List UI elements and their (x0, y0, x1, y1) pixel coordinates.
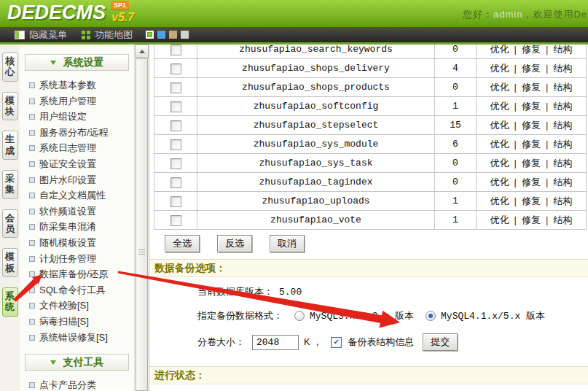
tabstrip-tab-6[interactable]: 模板 (2, 248, 18, 277)
structure-link[interactable]: 结构 (553, 82, 572, 93)
row-checkbox[interactable] (170, 82, 181, 93)
tabstrip-tab-2[interactable]: 模块 (2, 92, 18, 121)
menu-section-header-1[interactable]: 系统设置 (25, 54, 129, 71)
action-separator: | (546, 177, 548, 187)
menu-item-s1-11[interactable]: 随机模板设置 (20, 235, 134, 251)
greeting-prefix: 您好： (463, 9, 493, 20)
repair-link[interactable]: 修复 (522, 214, 541, 225)
menu-item-s1-16[interactable]: 病毒扫描[S] (20, 314, 134, 330)
action-separator: | (514, 158, 517, 169)
theme-swatch-gray[interactable] (181, 31, 189, 39)
menu-item-s1-14[interactable]: SQL命令行工具 (20, 282, 134, 298)
row-checkbox[interactable] (170, 44, 181, 55)
repair-link[interactable]: 修复 (522, 44, 541, 55)
repair-link[interactable]: 修复 (522, 82, 541, 93)
row-checkbox[interactable] (170, 139, 181, 150)
repair-link[interactable]: 修复 (522, 139, 541, 150)
optimize-link[interactable]: 优化 (490, 177, 509, 187)
theme-swatch-blue[interactable] (157, 31, 165, 39)
optimize-link[interactable]: 优化 (490, 63, 509, 74)
select-all-button[interactable]: 全选 (165, 235, 200, 252)
tabstrip-tab-3[interactable]: 生成 (2, 131, 18, 160)
volume-size-input[interactable] (252, 335, 299, 350)
menu-scrollbar[interactable] (134, 44, 149, 391)
table-name-cell: zhusufapiao_vote (197, 211, 435, 230)
scrollbar-thumb[interactable] (136, 58, 148, 391)
tabstrip-tab-4[interactable]: 采集 (2, 170, 18, 199)
row-checkbox[interactable] (170, 215, 181, 226)
structure-link[interactable]: 结构 (553, 120, 572, 131)
tabstrip-tab-7[interactable]: 系统 (2, 287, 18, 317)
optimize-link[interactable]: 优化 (490, 44, 509, 55)
menu-item-s1-3[interactable]: 用户组设定 (20, 109, 134, 125)
bullet-icon (29, 240, 35, 246)
optimize-link[interactable]: 优化 (490, 120, 509, 131)
menu-item-s1-7[interactable]: 图片水印设置 (20, 172, 134, 188)
backup-structure-checkbox[interactable] (331, 337, 342, 348)
structure-link[interactable]: 结构 (553, 214, 572, 225)
menu-item-label: 服务器分布/远程 (39, 127, 109, 138)
hide-menu-button[interactable]: 隐藏菜单 (15, 28, 67, 42)
menu-item-s1-4[interactable]: 服务器分布/远程 (20, 125, 134, 141)
repair-link[interactable]: 修复 (522, 196, 541, 206)
optimize-link[interactable]: 优化 (490, 101, 509, 112)
mysql3-radio-label: MySQL3.x/4.0.x 版本 (310, 309, 414, 322)
tabstrip-tab-1[interactable]: 核心 (2, 53, 18, 82)
structure-link[interactable]: 结构 (553, 196, 572, 206)
mysql3-radio[interactable] (294, 311, 305, 321)
structure-link[interactable]: 结构 (553, 63, 572, 74)
submit-button[interactable]: 提交 (423, 333, 458, 351)
row-checkbox[interactable] (170, 63, 181, 74)
menu-section-header-2[interactable]: 支付工具 (25, 354, 129, 371)
repair-link[interactable]: 修复 (522, 63, 541, 74)
menu-item-s1-15[interactable]: 文件校验[S] (20, 298, 134, 314)
row-checkbox[interactable] (170, 196, 181, 207)
row-checkbox[interactable] (170, 101, 181, 112)
table-name-cell: zhusufapiao_sys_module (197, 135, 435, 154)
menu-item-s1-13[interactable]: 数据库备份/还原 (20, 266, 134, 282)
row-checkbox[interactable] (170, 120, 181, 131)
theme-swatch-tan[interactable] (169, 31, 177, 39)
structure-link[interactable]: 结构 (553, 44, 572, 55)
table-row: zhusufapiao_search_keywords0优化|修复|结构 (154, 44, 587, 59)
menu-item-s1-17[interactable]: 系统错误修复[S] (20, 330, 134, 346)
repair-link[interactable]: 修复 (522, 177, 541, 187)
menu-item-s1-5[interactable]: 系统日志管理 (20, 140, 134, 156)
menu-item-s1-8[interactable]: 自定义文档属性 (20, 187, 134, 204)
cancel-button[interactable]: 取消 (270, 235, 305, 252)
menu-item-s2-1[interactable]: 点卡产品分类 (20, 377, 134, 391)
table-name-cell: zhusufapiao_stepselect (197, 116, 435, 135)
structure-link[interactable]: 结构 (553, 158, 572, 169)
scrollbar-up-button[interactable] (135, 44, 149, 58)
repair-link[interactable]: 修复 (522, 120, 541, 131)
bullet-icon (29, 256, 35, 262)
invert-selection-button[interactable]: 反选 (217, 235, 252, 252)
row-checkbox[interactable] (170, 177, 181, 188)
menu-item-s1-10[interactable]: 防采集串混淆 (20, 219, 134, 235)
row-checkbox[interactable] (170, 158, 181, 169)
optimize-link[interactable]: 优化 (490, 82, 509, 93)
mysql41-radio[interactable] (426, 311, 436, 321)
repair-link[interactable]: 修复 (522, 158, 541, 169)
menu-item-s1-9[interactable]: 软件频道设置 (20, 204, 134, 220)
volume-size-row: 分卷大小： K ， 备份表结构信息 提交 (197, 333, 588, 351)
function-map-button[interactable]: 功能地图 (82, 28, 133, 42)
optimize-link[interactable]: 优化 (490, 214, 509, 225)
menu-item-s1-6[interactable]: 验证安全设置 (20, 156, 134, 172)
optimize-link[interactable]: 优化 (490, 139, 509, 150)
theme-swatch-green[interactable] (146, 31, 154, 39)
optimize-link[interactable]: 优化 (490, 158, 509, 169)
structure-link[interactable]: 结构 (553, 101, 572, 112)
tabstrip-tab-5[interactable]: 会员 (2, 209, 18, 239)
menu-item-s1-12[interactable]: 计划任务管理 (20, 251, 134, 267)
bullet-icon (29, 271, 35, 277)
optimize-link[interactable]: 优化 (490, 196, 509, 206)
progress-status-body (149, 384, 588, 391)
menu-item-s1-1[interactable]: 系统基本参数 (20, 77, 134, 93)
structure-link[interactable]: 结构 (553, 139, 572, 150)
repair-link[interactable]: 修复 (522, 101, 541, 112)
dedecms-admin-window: DEDECMS SP1 v5.7 您好：admin，欢迎使用De 隐藏菜单 功能… (0, 0, 588, 391)
record-count-cell: 15 (435, 116, 477, 135)
structure-link[interactable]: 结构 (553, 177, 572, 187)
menu-item-s1-2[interactable]: 系统用户管理 (20, 93, 134, 109)
